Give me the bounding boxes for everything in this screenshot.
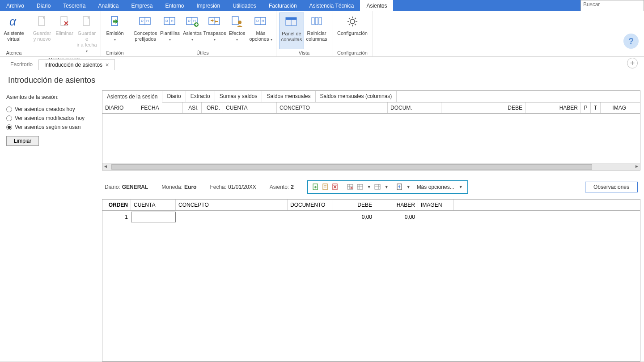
grid-a-icon[interactable] — [356, 183, 364, 191]
radio-filter-1[interactable]: Ver asientos modificados hoy — [6, 114, 94, 123]
panel-tab-5[interactable]: Saldos mensuales (columnas) — [316, 91, 397, 102]
cell-cuenta[interactable] — [131, 212, 176, 222]
grid-a-dropdown[interactable]: ▼ — [366, 185, 372, 189]
scroll-left-icon[interactable]: ◄ — [103, 164, 108, 169]
entry-col-cuenta[interactable]: CUENTA — [131, 200, 176, 210]
menu-diario[interactable]: Diario — [30, 0, 57, 11]
radio-label: Ver asientos creados hoy — [15, 106, 75, 112]
radio-label: Ver asientos modificados hoy — [15, 115, 85, 121]
grid-b-dropdown[interactable]: ▼ — [384, 185, 390, 189]
ribbon-asientos[interactable]: DHAsientos ▾ — [181, 13, 203, 49]
entry-col-imagen[interactable]: IMAGEN — [418, 200, 454, 210]
svg-point-25 — [238, 21, 242, 24]
entry-row[interactable]: 10,000,00 — [102, 211, 640, 223]
svg-text:H: H — [193, 19, 196, 23]
more-options-dropdown[interactable]: ▼ — [458, 185, 464, 189]
col-diario[interactable]: DIARIO — [102, 102, 138, 113]
moneda-label: Moneda: — [161, 184, 182, 190]
menu-tesorer-a[interactable]: Tesorería — [57, 0, 92, 11]
menu-empresa[interactable]: Empresa — [125, 0, 159, 11]
entry-col-debe[interactable]: DEBE — [332, 200, 375, 210]
ribbon-efectos[interactable]: Efectos ▾ — [226, 13, 248, 49]
ribbon-emision[interactable]: Emisión ▾ — [104, 13, 126, 49]
svg-rect-24 — [232, 17, 238, 25]
entry-info-bar: Diario: GENERAL Moneda: Euro Fecha: 01/0… — [102, 175, 640, 199]
menu-bar: ArchivoDiarioTesoreríaAnalíticaEmpresaEn… — [0, 0, 644, 11]
col-p[interactable]: P — [581, 102, 591, 113]
col-imag[interactable]: IMAG — [601, 102, 629, 113]
dh-icon: DH — [163, 14, 177, 29]
ribbon-traspasos[interactable]: Traspasos ▾ — [203, 13, 226, 49]
fecha-label: Fecha: — [210, 184, 226, 190]
col-concepto[interactable]: CONCEPTO — [277, 102, 388, 113]
search-input[interactable] — [581, 0, 644, 9]
scroll-right-icon[interactable]: ► — [635, 164, 639, 169]
export-doc-icon[interactable] — [396, 183, 404, 191]
menu-utilidades[interactable]: Utilidades — [226, 0, 263, 11]
radio-filter-2[interactable]: Ver asientos según se usan — [6, 123, 94, 132]
ribbon-mas-opciones[interactable]: DHMásopciones ▾ — [248, 13, 273, 49]
panel-tab-3[interactable]: Sumas y saldos — [215, 91, 263, 102]
entry-col-orden[interactable]: ORDEN — [102, 200, 131, 210]
upper-grid-scrollbar[interactable]: ◄ ► — [102, 163, 640, 170]
sidebar-header: Asientos de la sesión: — [6, 92, 94, 105]
menu-entorno[interactable]: Entorno — [159, 0, 190, 11]
ribbon-configuracion[interactable]: Configuración — [335, 13, 370, 49]
dh-swap-icon — [208, 14, 222, 29]
entry-col-haber[interactable]: HABER — [375, 200, 418, 210]
grid-b-icon[interactable] — [374, 183, 382, 191]
more-options-button[interactable]: Más opciones... — [413, 184, 456, 190]
svg-text:H: H — [171, 19, 174, 23]
svg-rect-33 — [312, 17, 314, 25]
entry-toolbar: ▼ ▼ ▼ Más opciones... ▼ — [307, 180, 468, 194]
ribbon-group-label: Configuración — [335, 49, 370, 56]
ribbon-conceptos[interactable]: DHConceptosprefijados — [132, 13, 159, 49]
ribbon-asistente-virtual[interactable]: αAsistentevirtual — [3, 13, 25, 49]
scroll-thumb[interactable] — [111, 164, 592, 170]
ribbon-panel-consultas[interactable]: Panel deconsultas — [279, 13, 304, 49]
col-docum[interactable]: DOCUM. — [388, 102, 441, 113]
svg-text:D: D — [256, 19, 259, 23]
col-fecha[interactable]: FECHA — [138, 102, 183, 113]
svg-rect-2 — [61, 17, 67, 26]
add-document-button[interactable]: + — [627, 58, 638, 68]
doc-tab-escritorio[interactable]: Escritorio — [4, 59, 38, 70]
grid-delete-icon[interactable] — [347, 183, 355, 191]
entry-col-documento[interactable]: DOCUMENTO — [288, 200, 332, 210]
entry-grid-header: ORDENCUENTACONCEPTODOCUMENTODEBEHABERIMA… — [102, 200, 640, 211]
menu-asistencia-t-cnica[interactable]: Asistencia Técnica — [303, 0, 360, 11]
radio-icon — [6, 124, 12, 130]
menu-anal-tica[interactable]: Analítica — [92, 0, 125, 11]
ribbon-plantillas[interactable]: DHPlantillas ▾ — [159, 13, 181, 49]
menu-facturaci-n[interactable]: Facturación — [263, 0, 303, 11]
col-asi[interactable]: ASI. — [183, 102, 202, 113]
col-ord[interactable]: ORD. — [202, 102, 223, 113]
moneda-value: Euro — [184, 184, 196, 190]
close-icon[interactable]: ✕ — [105, 62, 109, 68]
doc-tab-introducci-n-de-asientos[interactable]: Introducción de asientos✕ — [38, 59, 115, 70]
col-t[interactable]: T — [591, 102, 601, 113]
clear-button[interactable]: Limpiar — [6, 136, 39, 146]
edit-doc-icon[interactable] — [322, 183, 330, 191]
delete-doc-icon[interactable] — [331, 183, 339, 191]
panel-tab-1[interactable]: Diario — [162, 91, 186, 102]
panel-icon — [284, 15, 299, 29]
panel-tab-4[interactable]: Saldos mensuales — [262, 91, 315, 102]
radio-filter-0[interactable]: Ver asientos creados hoy — [6, 105, 94, 114]
panel-tab-2[interactable]: Extracto — [186, 91, 215, 102]
entry-col-concepto[interactable]: CONCEPTO — [176, 200, 288, 210]
menu-impresi-n[interactable]: Impresión — [190, 0, 226, 11]
doc-icon — [80, 14, 94, 29]
col-debe[interactable]: DEBE — [441, 102, 525, 113]
menu-asientos[interactable]: Asientos — [360, 0, 393, 11]
new-doc-icon[interactable] — [312, 183, 320, 191]
panel-tab-0[interactable]: Asientos de la sesión — [102, 91, 162, 102]
ribbon-reiniciar-cols[interactable]: Reiniciarcolumnas — [304, 13, 329, 49]
menu-archivo[interactable]: Archivo — [0, 0, 30, 11]
fecha-value: 01/01/20XX — [228, 184, 256, 190]
export-dropdown[interactable]: ▼ — [406, 185, 411, 189]
col-cuenta[interactable]: CUENTA — [223, 102, 277, 113]
help-icon[interactable]: ? — [623, 34, 639, 49]
observations-button[interactable]: Observaciones — [585, 182, 638, 192]
col-haber[interactable]: HABER — [525, 102, 581, 113]
